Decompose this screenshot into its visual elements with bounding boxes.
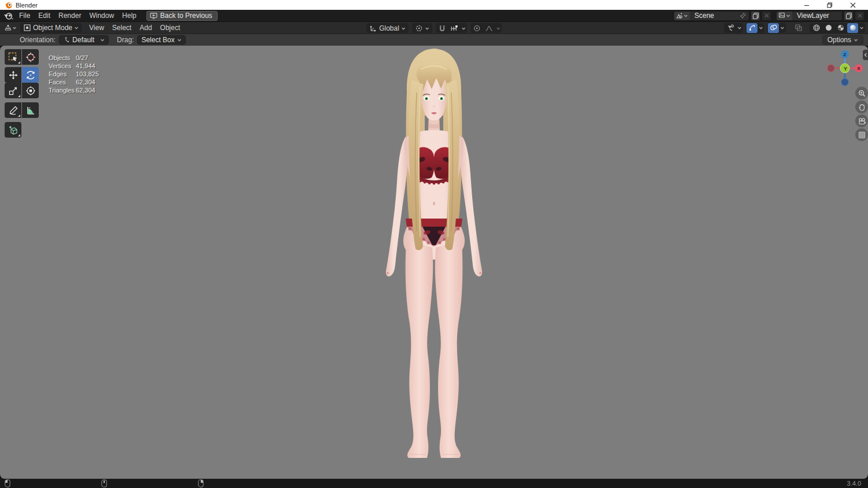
- mode-label: Object Mode: [33, 24, 72, 32]
- viewlayer-selector-block: ViewLayer: [776, 11, 865, 21]
- menu-view[interactable]: View: [85, 23, 108, 33]
- gizmo-axis-x-neg[interactable]: [827, 65, 835, 72]
- solid-shading-icon: [825, 24, 833, 32]
- proportional-editing-toggle[interactable]: [472, 23, 483, 33]
- snap-mode-selector[interactable]: [449, 23, 460, 33]
- xray-icon: [795, 24, 803, 32]
- tool-select-box[interactable]: [5, 49, 21, 65]
- toolbar: [5, 49, 39, 138]
- copy-icon: [752, 12, 759, 19]
- chevron-down-icon[interactable]: [780, 25, 785, 30]
- blender-logo-icon: [5, 1, 12, 9]
- tool-settings-bar: Orientation: Default Drag: Select Box Op…: [0, 34, 868, 46]
- pivot-icon: [415, 24, 423, 32]
- stat-faces: Faces62,304: [49, 78, 99, 86]
- mode-selector[interactable]: Object Mode: [20, 23, 82, 33]
- tool-orientation-dropdown[interactable]: Default: [59, 35, 109, 45]
- menu-add[interactable]: Add: [135, 23, 156, 33]
- new-scene-button[interactable]: [751, 11, 760, 21]
- object-mode-icon: [23, 24, 31, 32]
- menu-window[interactable]: Window: [85, 11, 118, 21]
- perspective-toggle-button[interactable]: [855, 128, 868, 141]
- viewport-3d[interactable]: Objects0/27 Vertices41,944 Edges103,825 …: [0, 46, 868, 479]
- pivot-point-selector[interactable]: [412, 23, 432, 33]
- chevron-down-icon[interactable]: [496, 26, 501, 31]
- scene-selector[interactable]: Scene: [674, 11, 749, 21]
- chevron-down-icon[interactable]: [759, 25, 763, 30]
- window-titlebar: Blender: [0, 0, 868, 10]
- drag-mode-dropdown[interactable]: Select Box: [137, 35, 185, 45]
- menu-object[interactable]: Object: [156, 23, 185, 33]
- minimize-button[interactable]: [795, 0, 818, 10]
- copy-icon: [845, 12, 852, 19]
- menu-file[interactable]: File: [15, 11, 34, 21]
- chevron-down-icon[interactable]: [859, 25, 864, 30]
- viewlayer-name[interactable]: ViewLayer: [792, 12, 842, 20]
- object-type-visibility-button[interactable]: [725, 23, 736, 33]
- drag-dropdown-value: Select Box: [141, 36, 174, 44]
- menu-edit[interactable]: Edit: [34, 11, 54, 21]
- navigation-gizmo[interactable]: Z X Y: [826, 50, 863, 87]
- increment-snap-icon: [450, 24, 458, 32]
- grid-icon: [858, 131, 866, 139]
- transform-orientation-selector[interactable]: Global: [366, 23, 409, 33]
- drag-label: Drag:: [117, 36, 134, 44]
- overlays-icon: [770, 24, 778, 32]
- chevron-down-icon: [177, 38, 182, 42]
- camera-view-button[interactable]: [855, 114, 868, 127]
- rendered-shading-button[interactable]: [847, 23, 858, 33]
- orientation-label: Orientation:: [20, 36, 56, 44]
- options-button[interactable]: Options: [822, 35, 863, 45]
- editor-type-selector[interactable]: [3, 23, 18, 33]
- chevron-down-icon[interactable]: [737, 25, 742, 30]
- pan-button[interactable]: [855, 101, 868, 113]
- menu-help[interactable]: Help: [118, 11, 141, 21]
- menu-select[interactable]: Select: [108, 23, 135, 33]
- topbar: File Edit Render Window Help Back to Pre…: [0, 10, 868, 22]
- material-preview-button[interactable]: [835, 23, 846, 33]
- blender-menu-logo-icon[interactable]: [3, 12, 13, 20]
- orientation-dropdown-value: Default: [72, 36, 98, 44]
- cursor-3d-icon: [25, 52, 36, 62]
- box-select-icon: [8, 52, 19, 62]
- viewlayer-selector[interactable]: ViewLayer: [776, 11, 843, 21]
- snap-toggle[interactable]: [437, 23, 448, 33]
- show-gizmos-toggle[interactable]: [746, 23, 757, 33]
- tool-add-cube[interactable]: [5, 122, 21, 138]
- tool-scale[interactable]: [5, 83, 21, 98]
- close-button[interactable]: [841, 0, 865, 10]
- wireframe-shading-button[interactable]: [811, 23, 822, 33]
- xray-toggle[interactable]: [793, 23, 804, 33]
- move-icon: [8, 70, 19, 80]
- tool-measure[interactable]: [22, 102, 39, 118]
- tool-transform[interactable]: [22, 83, 39, 98]
- menu-render[interactable]: Render: [54, 11, 85, 21]
- tool-annotate[interactable]: [5, 102, 21, 118]
- blender-version: 3.4.0: [847, 480, 861, 487]
- back-to-previous-button[interactable]: Back to Previous: [146, 11, 218, 21]
- visibility-filter-icon: [727, 24, 735, 32]
- show-overlays-toggle[interactable]: [768, 23, 779, 33]
- character-model[interactable]: [376, 46, 492, 463]
- tool-move[interactable]: [5, 67, 21, 83]
- gizmo-axis-z-neg[interactable]: [841, 79, 849, 86]
- solid-shading-button[interactable]: [823, 23, 834, 33]
- sidebar-toggle-tab[interactable]: [863, 50, 868, 60]
- camera-icon: [858, 117, 866, 125]
- pin-icon[interactable]: [740, 12, 746, 19]
- new-viewlayer-button[interactable]: [844, 11, 854, 21]
- maximize-button[interactable]: [818, 0, 841, 10]
- visibility-group: [724, 23, 743, 33]
- zoom-button[interactable]: [855, 87, 868, 99]
- tool-rotate[interactable]: [22, 67, 39, 83]
- chevron-down-icon: [74, 25, 79, 30]
- falloff-selector[interactable]: [484, 23, 495, 33]
- unlink-scene-button: [762, 11, 771, 21]
- scene-name[interactable]: Scene: [690, 12, 740, 20]
- measure-icon: [25, 105, 36, 116]
- hand-icon: [858, 103, 866, 111]
- tool-cursor[interactable]: [22, 49, 39, 65]
- chevron-down-icon[interactable]: [461, 26, 466, 31]
- svg-text:Y: Y: [844, 66, 847, 72]
- stat-edges: Edges103,825: [49, 70, 99, 78]
